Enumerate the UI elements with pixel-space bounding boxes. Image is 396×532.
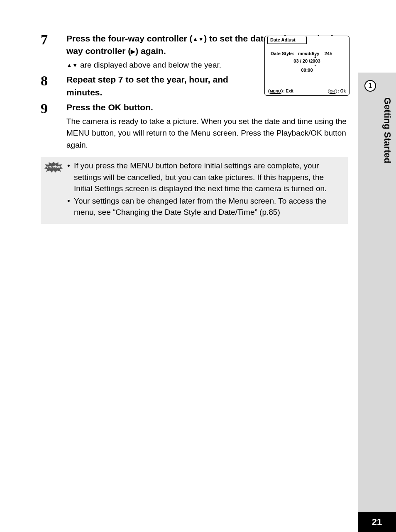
lcd-inner: Date Style: mm/dd/yy 24h 03 / 20 /▲2003▼… <box>265 45 349 95</box>
caution-burst-icon: Caution <box>43 161 64 172</box>
date-line: 03 / 20 /▲2003▼ <box>268 58 346 63</box>
date-style-label: Date Style: <box>271 51 294 56</box>
down-icon: ▼ <box>314 64 317 67</box>
menu-exit: MENU: Exit <box>268 89 293 94</box>
lcd-footer: MENU: Exit OK: Ok <box>268 89 346 94</box>
time-value: 00:00 <box>268 68 346 73</box>
right-icon: ▶ <box>131 48 135 55</box>
step-title: Press the OK button. <box>66 101 350 114</box>
caution-icon: Caution <box>41 160 66 219</box>
section-number-badge: 1 <box>364 80 376 92</box>
step-9: 9 Press the OK button. The camera is rea… <box>41 101 350 151</box>
caution-list: If you press the MENU button before init… <box>66 160 344 219</box>
caution-item: Your settings can be changed later from … <box>66 195 344 218</box>
text: ) again. <box>135 46 166 56</box>
caution-label: Caution <box>47 165 60 169</box>
caution-item: If you press the MENU button before init… <box>66 160 344 194</box>
date-month: 03 <box>293 58 298 63</box>
lcd-screen-figure: Date Adjust Date Style: mm/dd/yy 24h 03 … <box>264 36 350 96</box>
section-title: Getting Started <box>382 97 393 163</box>
step-title: Repeat step 7 to set the year, hour, and… <box>66 73 257 99</box>
ok-label: : Ok <box>338 89 346 93</box>
lcd-title-tab: Date Adjust <box>267 36 307 44</box>
up-down-icon: ▲▼ <box>66 62 78 68</box>
date-year-selected: ▲2003▼ <box>310 58 320 63</box>
date-year-value: 2003 <box>310 58 320 63</box>
caution-block: Caution If you press the MENU button bef… <box>41 157 348 224</box>
step-paragraph: The camera is ready to take a picture. W… <box>66 116 350 151</box>
step-number: 7 <box>41 32 66 71</box>
up-down-icon: ▲▼ <box>192 36 204 42</box>
text: are displayed above and below the year. <box>78 61 221 69</box>
menu-button-label: MENU <box>268 89 283 94</box>
page-number: 21 <box>358 512 396 532</box>
side-tab: 1 Getting Started 21 <box>358 73 396 532</box>
step-number: 8 <box>41 73 66 99</box>
manual-page: 7 Press the four-way controller (▲▼) to … <box>0 0 396 532</box>
step-number: 9 <box>41 101 66 151</box>
ok-ok: OK: Ok <box>328 89 346 94</box>
exit-label: : Exit <box>284 89 293 93</box>
text: Press the four-way controller ( <box>66 34 192 43</box>
sep: / <box>299 58 303 63</box>
hour-mode: 24h <box>325 51 332 56</box>
date-day: 20 <box>303 58 308 63</box>
up-icon: ▲ <box>314 55 317 58</box>
date-style-line: Date Style: mm/dd/yy 24h <box>271 51 346 56</box>
step-body: Press the OK button. The camera is ready… <box>66 101 350 151</box>
ok-button-label: OK <box>328 89 337 94</box>
